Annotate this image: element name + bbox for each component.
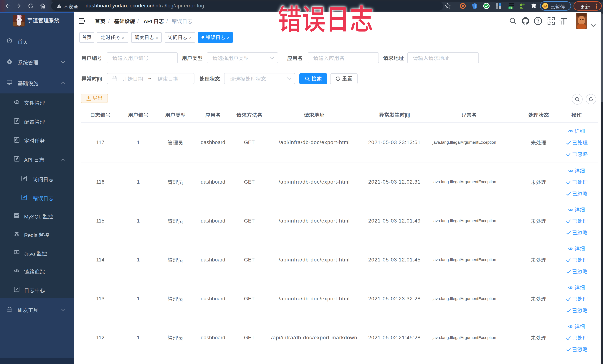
svg-text:on: on: [509, 7, 512, 9]
